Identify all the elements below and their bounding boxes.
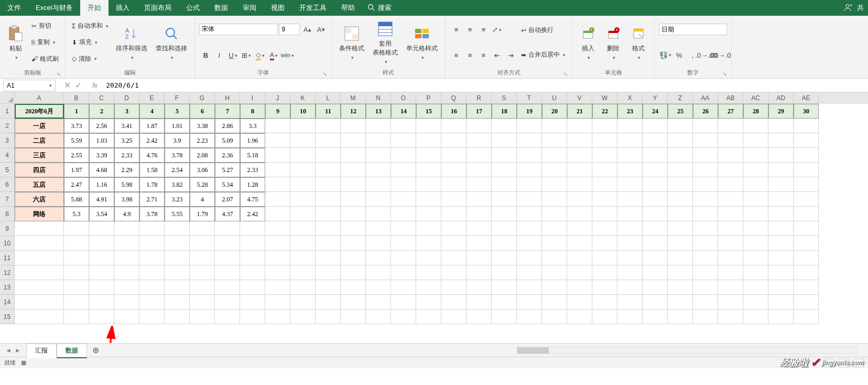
cell[interactable]: [542, 207, 567, 221]
cell[interactable]: [265, 295, 290, 309]
cell[interactable]: 5.55: [165, 207, 190, 221]
menu-tab-帮助[interactable]: 帮助: [334, 0, 362, 16]
cell[interactable]: [592, 192, 617, 207]
cell[interactable]: [265, 177, 290, 192]
cell[interactable]: [768, 207, 794, 221]
cell[interactable]: [492, 265, 517, 280]
cell[interactable]: [366, 309, 391, 324]
cell[interactable]: [416, 265, 441, 280]
cell[interactable]: 14: [391, 104, 416, 119]
cell[interactable]: [768, 280, 794, 295]
cell[interactable]: [668, 207, 693, 221]
cell[interactable]: [743, 207, 768, 221]
cell[interactable]: 1.58: [139, 163, 165, 177]
cell[interactable]: [567, 280, 592, 295]
column-header[interactable]: G: [190, 92, 215, 104]
cell[interactable]: [718, 163, 743, 177]
cell[interactable]: [743, 148, 768, 163]
menu-tab-公式[interactable]: 公式: [179, 0, 207, 16]
cell[interactable]: 3.78: [139, 207, 165, 221]
cell[interactable]: [668, 163, 693, 177]
menu-tab-视图[interactable]: 视图: [264, 0, 292, 16]
cell[interactable]: 4.75: [240, 192, 265, 207]
column-header[interactable]: N: [366, 92, 391, 104]
cell[interactable]: [693, 221, 718, 236]
cell[interactable]: [617, 221, 643, 236]
column-header[interactable]: X: [617, 92, 643, 104]
cell[interactable]: 4.9: [114, 207, 139, 221]
cell[interactable]: [366, 163, 391, 177]
cell[interactable]: [794, 221, 819, 236]
cell[interactable]: [391, 119, 416, 133]
cell[interactable]: [114, 295, 139, 309]
cell[interactable]: [517, 163, 542, 177]
cell[interactable]: 1.79: [190, 207, 215, 221]
cell[interactable]: [794, 295, 819, 309]
cell[interactable]: [492, 177, 517, 192]
cell[interactable]: [416, 192, 441, 207]
cell[interactable]: [718, 221, 743, 236]
cell[interactable]: [517, 148, 542, 163]
cell[interactable]: [265, 265, 290, 280]
cell[interactable]: 1.16: [89, 177, 114, 192]
row-header[interactable]: 12: [0, 265, 15, 280]
macro-record-icon[interactable]: ▦: [21, 359, 26, 366]
cell[interactable]: [466, 280, 492, 295]
cell[interactable]: [542, 251, 567, 265]
cell[interactable]: [466, 309, 492, 324]
cell[interactable]: 29: [768, 104, 794, 119]
copy-button[interactable]: ⎘复制▾: [29, 36, 61, 49]
worksheet-grid[interactable]: ABCDEFGHIJKLMNOPQRSTUVWXYZAAABACADAE 123…: [0, 92, 868, 343]
align-right-button[interactable]: ≡: [477, 49, 490, 62]
cell[interactable]: [643, 236, 668, 251]
font-size-select[interactable]: [279, 24, 300, 35]
cell[interactable]: [290, 265, 316, 280]
cell-styles-button[interactable]: 单元格样式▾: [403, 18, 441, 67]
sheet-nav-next[interactable]: ►: [15, 347, 21, 354]
cell[interactable]: [240, 251, 265, 265]
row-header[interactable]: 11: [0, 251, 15, 265]
conditional-format-button[interactable]: 条件格式▾: [336, 18, 367, 67]
cell[interactable]: [718, 207, 743, 221]
cell[interactable]: [718, 265, 743, 280]
cell[interactable]: 1.78: [139, 177, 165, 192]
cell[interactable]: [517, 280, 542, 295]
cell[interactable]: [567, 163, 592, 177]
cell[interactable]: [265, 163, 290, 177]
align-launcher[interactable]: ⤡: [563, 71, 568, 77]
cell[interactable]: [768, 133, 794, 148]
cell[interactable]: [240, 221, 265, 236]
cell[interactable]: [517, 295, 542, 309]
cell[interactable]: [89, 309, 114, 324]
cell[interactable]: [316, 309, 341, 324]
column-header[interactable]: O: [391, 92, 416, 104]
cell[interactable]: [567, 295, 592, 309]
cell[interactable]: [718, 309, 743, 324]
cell[interactable]: 2.54: [165, 163, 190, 177]
cell[interactable]: 五店: [15, 177, 64, 192]
cell[interactable]: [165, 265, 190, 280]
cell[interactable]: [165, 295, 190, 309]
cell[interactable]: 10: [290, 104, 316, 119]
cell[interactable]: [567, 148, 592, 163]
cell[interactable]: [617, 148, 643, 163]
cell[interactable]: [743, 192, 768, 207]
cell[interactable]: [316, 207, 341, 221]
cell[interactable]: [466, 236, 492, 251]
align-bottom-button[interactable]: ≡: [477, 24, 490, 36]
cell[interactable]: [341, 148, 366, 163]
cell[interactable]: [341, 280, 366, 295]
cell[interactable]: [265, 280, 290, 295]
column-header[interactable]: U: [542, 92, 567, 104]
cell[interactable]: [718, 119, 743, 133]
cell[interactable]: [718, 295, 743, 309]
cell[interactable]: 2.42: [139, 133, 165, 148]
cell[interactable]: [668, 119, 693, 133]
cell[interactable]: 5.09: [215, 133, 240, 148]
cell[interactable]: [89, 221, 114, 236]
cell[interactable]: [316, 295, 341, 309]
cell[interactable]: 2.56: [89, 119, 114, 133]
cell[interactable]: [542, 236, 567, 251]
cell[interactable]: [768, 119, 794, 133]
fill-button[interactable]: ⬇填充▾: [70, 36, 111, 49]
